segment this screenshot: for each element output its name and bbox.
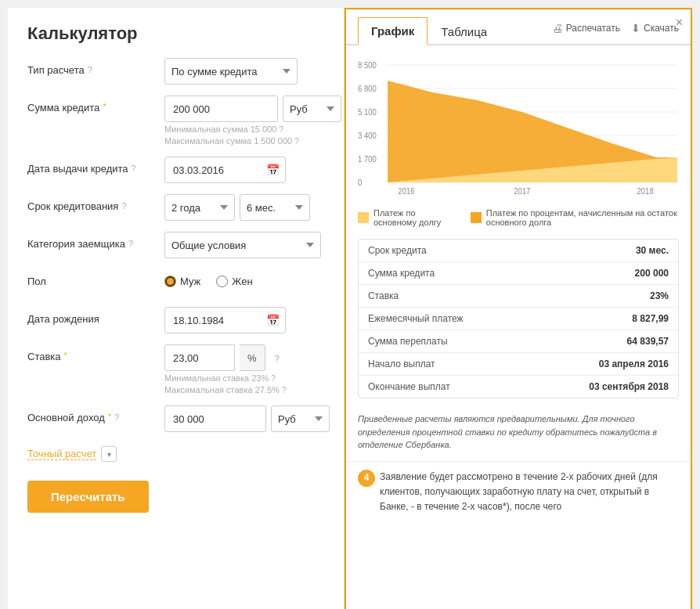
tab-graph[interactable]: График [358, 17, 428, 45]
loan-amount-label: Сумма кредита * [27, 95, 164, 114]
download-button[interactable]: ⬇ Скачать [631, 22, 679, 34]
term-label: Срок кредитования ? [27, 194, 164, 212]
issue-date-label: Дата выдачи кредита ? [27, 157, 164, 175]
birth-date-label: Дата рождения [27, 307, 164, 325]
borrower-category-row: Категория заемщика ? Общие условия Зарпл… [27, 232, 324, 258]
chart-svg: 8 500 6 800 5 100 3 400 1 700 0 2016 [358, 57, 679, 198]
summary-row-4: Сумма переплаты 64 839,57 [359, 330, 678, 353]
issue-date-control: 📅 [164, 157, 324, 183]
income-currency-select[interactable]: РубUSDEUR [271, 405, 330, 432]
issue-date-input[interactable] [164, 157, 286, 183]
svg-text:2017: 2017 [514, 187, 530, 196]
borrower-help-icon[interactable]: ? [128, 239, 133, 248]
summary-row-3: Ежемесячный платеж 8 827,99 [359, 308, 678, 330]
birth-date-row: Дата рождения 📅 [27, 307, 324, 333]
summary-table: Срок кредита 30 мес. Сумма кредита 200 0… [358, 239, 679, 398]
gender-female-label[interactable]: Жен [216, 276, 252, 287]
precise-toggle-icon[interactable]: ▾ [101, 446, 117, 462]
rate-label: Ставка * [27, 344, 164, 362]
borrower-category-select[interactable]: Общие условия Зарплатный клиент Пенсионе… [164, 232, 321, 258]
rate-input[interactable] [164, 344, 235, 371]
calc-type-select[interactable]: По сумме кредита По платежу [164, 58, 298, 85]
summary-label-5: Начало выплат [368, 359, 599, 369]
gender-male-radio[interactable] [164, 276, 176, 287]
gender-male-label[interactable]: Муж [164, 276, 200, 287]
summary-value-0: 30 мес. [636, 245, 669, 256]
birth-date-wrapper: 📅 [164, 307, 286, 333]
borrower-category-label: Категория заемщика ? [27, 232, 164, 250]
loan-amount-hint-min: Минимальная сумма 15 000 ? [164, 124, 341, 134]
loan-amount-input[interactable] [164, 95, 278, 122]
birth-date-input[interactable] [164, 307, 286, 333]
summary-row-0: Срок кредита 30 мес. [359, 240, 678, 262]
svg-text:8 500: 8 500 [358, 61, 377, 70]
legend-principal-color [358, 212, 369, 223]
close-button[interactable]: × [676, 16, 683, 30]
recalculate-button[interactable]: Пересчитать [27, 481, 149, 513]
download-icon: ⬇ [631, 22, 640, 34]
precise-label[interactable]: Точный расчет [27, 448, 96, 460]
rate-hint-max-icon[interactable]: ? [282, 386, 287, 395]
precise-row: Точный расчет ▾ [27, 443, 324, 462]
summary-row-6: Окончание выплат 03 сентября 2018 [359, 376, 678, 398]
step-content: 4 Заявление будет рассмотрено в течение … [346, 461, 691, 523]
chart-container: 8 500 6 800 5 100 3 400 1 700 0 2016 [346, 45, 691, 204]
rate-hint-max: Максимальная ставка 27.5% ? [164, 385, 324, 395]
print-button[interactable]: 🖨 Распечатать [552, 22, 620, 34]
calc-type-label: Тип расчета ? [27, 58, 164, 76]
svg-text:6 800: 6 800 [358, 85, 377, 93]
hint-min-help-icon[interactable]: ? [279, 125, 283, 134]
svg-text:2018: 2018 [637, 187, 653, 196]
print-icon: 🖨 [552, 22, 563, 34]
svg-text:5 100: 5 100 [358, 108, 377, 117]
gender-label: Пол [27, 269, 164, 287]
svg-text:3 400: 3 400 [358, 132, 377, 140]
summary-row-1: Сумма кредита 200 000 [359, 262, 678, 285]
rate-hint-min-icon[interactable]: ? [271, 374, 276, 383]
step4-badge: 4 [358, 470, 375, 487]
summary-value-1: 200 000 [635, 268, 669, 279]
summary-label-2: Ставка [368, 290, 650, 301]
income-row: Основной доход * ? РубUSDEUR [27, 405, 324, 432]
loan-currency-select[interactable]: РубUSDEUR [283, 95, 341, 122]
tab-table[interactable]: Таблица [428, 18, 500, 45]
issue-date-row: Дата выдачи кредита ? 📅 [27, 157, 324, 183]
step4-text: Заявление будет рассмотрено в течение 2-… [380, 470, 679, 515]
loan-amount-row: Сумма кредита * РубUSDEUR Минимальная су… [27, 95, 324, 146]
rate-required: * [64, 351, 67, 360]
legend-interest-color [471, 212, 482, 223]
rate-row: Ставка * % ? Минимальная ставка 23% ? Ма… [27, 344, 324, 395]
term-row: Срок кредитования ? 1 год2 года3 года4 г… [27, 194, 324, 221]
svg-text:1 700: 1 700 [358, 155, 377, 164]
loan-amount-hint-max: Максимальная сумма 1 500 000 ? [164, 136, 341, 146]
term-help-icon[interactable]: ? [121, 201, 126, 211]
term-months-select[interactable]: 0 мес.1 мес.2 мес.3 мес. 4 мес.5 мес.6 м… [240, 194, 310, 221]
income-help-icon[interactable]: ? [114, 413, 119, 422]
summary-value-6: 03 сентября 2018 [589, 381, 669, 392]
summary-row-5: Начало выплат 03 апреля 2016 [359, 353, 678, 376]
tab-actions: 🖨 Распечатать ⬇ Скачать [552, 22, 679, 39]
summary-value-4: 64 839,57 [627, 336, 669, 347]
summary-value-3: 8 827,99 [632, 313, 669, 324]
summary-value-5: 03 апреля 2016 [599, 359, 669, 369]
issue-date-help-icon[interactable]: ? [132, 164, 136, 173]
summary-label-0: Срок кредита [368, 245, 636, 256]
rate-suffix: % [240, 344, 265, 371]
hint-max-help-icon[interactable]: ? [294, 137, 299, 146]
loan-amount-required: * [103, 102, 106, 111]
gender-control: Муж Жен [164, 269, 324, 287]
rate-help-icon[interactable]: ? [275, 354, 280, 363]
term-control: 1 год2 года3 года4 года5 лет 0 мес.1 мес… [164, 194, 324, 221]
income-input[interactable] [164, 405, 266, 432]
summary-label-3: Ежемесячный платеж [368, 313, 632, 324]
summary-value-2: 23% [650, 290, 669, 301]
summary-label-1: Сумма кредита [368, 268, 635, 279]
calc-type-help-icon[interactable]: ? [88, 65, 92, 74]
gender-female-radio[interactable] [216, 276, 228, 287]
term-years-select[interactable]: 1 год2 года3 года4 года5 лет [164, 194, 235, 221]
svg-text:2016: 2016 [398, 187, 414, 196]
income-label: Основной доход * ? [27, 405, 164, 423]
income-control: РубUSDEUR [164, 405, 330, 432]
svg-text:0: 0 [358, 178, 363, 187]
results-panel: × График Таблица 🖨 Распечатать ⬇ Скачать… [345, 8, 692, 609]
